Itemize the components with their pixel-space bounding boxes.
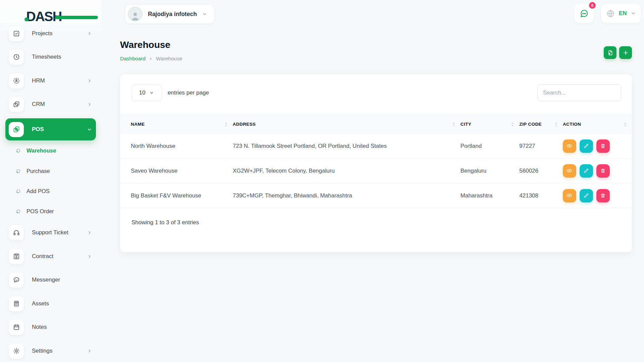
sidebar-item-contract[interactable]: Contract xyxy=(5,245,96,268)
plus-icon xyxy=(623,50,629,56)
edit-button[interactable] xyxy=(580,164,593,178)
cell-address: 739C+MGP, Themghar, Bhiwandi, Maharashtr… xyxy=(233,183,461,208)
breadcrumb-dashboard-link[interactable]: Dashboard xyxy=(120,56,146,62)
chevron-right-icon xyxy=(149,57,153,61)
cell-city: Bengaluru xyxy=(461,159,519,183)
sidebar-item-label: Timesheets xyxy=(32,54,61,60)
cell-zip-code: 560026 xyxy=(519,159,563,183)
column-header-action[interactable]: ACTION xyxy=(563,115,632,134)
sidebar-item-notes[interactable]: Notes xyxy=(5,315,96,339)
export-button[interactable] xyxy=(604,46,616,59)
view-button[interactable] xyxy=(563,189,576,202)
hrm-icon xyxy=(9,73,24,88)
column-header-address[interactable]: ADDRESS xyxy=(233,115,461,134)
sidebar-item-label: Messenger xyxy=(32,277,60,283)
sidebar-item-messenger[interactable]: Messenger xyxy=(5,268,96,292)
column-header-name[interactable]: NAME xyxy=(120,115,233,134)
company-selector[interactable]: Rajodiya infotech xyxy=(125,4,215,24)
cell-zip-code: 97227 xyxy=(519,134,563,159)
chat-badge: 0 xyxy=(588,1,596,9)
breadcrumb-current: Warehouse xyxy=(156,56,182,62)
sidebar-item-label: Assets xyxy=(32,300,49,307)
cell-name: Big Basket F&V Warehouse xyxy=(120,183,233,208)
warehouse-table-card: 10 entries per page NAME ADDRESS CITY ZI… xyxy=(120,74,632,252)
bullet-circle-icon xyxy=(16,148,20,153)
chat-icon xyxy=(580,9,589,18)
pos-icon xyxy=(9,122,24,137)
sort-icon xyxy=(623,122,627,127)
sidebar-subitem-label: Purchase xyxy=(26,168,50,174)
delete-button[interactable] xyxy=(596,189,610,202)
bullet-circle-icon xyxy=(16,169,20,173)
logo-bar xyxy=(55,16,98,19)
entries-per-page-select[interactable]: 10 xyxy=(131,84,162,101)
sort-icon xyxy=(224,122,228,127)
calendar-icon xyxy=(9,320,24,335)
bullet-circle-icon xyxy=(16,189,20,193)
warehouse-table: NAME ADDRESS CITY ZIP CODE ACTION North … xyxy=(120,115,632,208)
entries-per-page-value: 10 xyxy=(139,89,146,96)
sidebar-subitem-pos-order[interactable]: POS Order xyxy=(5,201,96,221)
sort-icon xyxy=(554,122,558,127)
brand-logo[interactable]: DASH xyxy=(26,9,61,24)
table-row: Saveo Warehouse XG2W+JPF, Telecom Colony… xyxy=(120,159,632,183)
sidebar-subitem-purchase[interactable]: Purchase xyxy=(5,161,96,181)
table-summary: Showing 1 to 3 of 3 entries xyxy=(131,219,199,226)
gear-icon xyxy=(9,344,24,359)
column-header-city[interactable]: CITY xyxy=(461,115,519,134)
cell-name: North Warehouse xyxy=(120,134,233,159)
sidebar-subitem-add-pos[interactable]: Add POS xyxy=(5,181,96,201)
logo-dot xyxy=(24,17,29,21)
sidebar-item-support-ticket[interactable]: Support Ticket xyxy=(5,221,96,244)
sidebar-item-pos[interactable]: POS xyxy=(5,118,96,140)
trash-icon xyxy=(600,143,606,149)
sidebar-subitem-warehouse[interactable]: Warehouse xyxy=(5,140,96,161)
chat-button[interactable]: 0 xyxy=(574,4,594,23)
pencil-icon xyxy=(583,168,589,174)
breadcrumb: Dashboard Warehouse xyxy=(120,56,182,62)
view-button[interactable] xyxy=(563,164,576,178)
chevron-right-icon xyxy=(87,349,92,353)
sidebar-item-assets[interactable]: Assets xyxy=(5,292,96,315)
chevron-right-icon xyxy=(87,78,92,83)
eye-icon xyxy=(566,143,573,149)
cell-name: Saveo Warehouse xyxy=(120,159,233,183)
cell-address: 723 N. Tillamook Street Portland, OR Por… xyxy=(233,134,461,159)
trash-icon xyxy=(600,168,606,174)
column-header-zip-code[interactable]: ZIP CODE xyxy=(519,115,563,134)
pencil-icon xyxy=(583,143,589,149)
delete-button[interactable] xyxy=(596,139,610,153)
cell-zip-code: 421308 xyxy=(519,183,563,208)
sidebar-item-settings[interactable]: Settings xyxy=(5,339,96,362)
chevron-right-icon xyxy=(87,102,92,107)
file-export-icon xyxy=(607,50,613,56)
cell-city: Portland xyxy=(461,134,519,159)
sidebar-item-label: Contract xyxy=(32,253,53,260)
eye-icon xyxy=(566,168,573,174)
sidebar-item-crm[interactable]: CRM xyxy=(5,93,96,116)
delete-button[interactable] xyxy=(596,164,610,178)
view-button[interactable] xyxy=(563,139,576,153)
sort-icon xyxy=(452,122,456,127)
sidebar-item-label: Settings xyxy=(32,348,52,354)
table-row: North Warehouse 723 N. Tillamook Street … xyxy=(120,134,632,159)
table-row: Big Basket F&V Warehouse 739C+MGP, Themg… xyxy=(120,183,632,208)
search-input[interactable] xyxy=(537,84,621,101)
edit-button[interactable] xyxy=(580,189,593,202)
company-avatar xyxy=(128,7,143,21)
sidebar-item-label: Support Ticket xyxy=(32,229,68,236)
chevron-down-icon xyxy=(149,90,154,95)
sidebar-subitem-label: Warehouse xyxy=(26,147,56,154)
sidebar: Projects Timesheets HRM CRM POS Wareh xyxy=(0,0,101,362)
sidebar-subitem-label: Add POS xyxy=(26,188,50,194)
edit-button[interactable] xyxy=(580,139,593,153)
language-selector[interactable]: EN xyxy=(601,4,641,23)
chevron-down-icon xyxy=(631,11,636,16)
sidebar-item-hrm[interactable]: HRM xyxy=(5,69,96,93)
chevron-right-icon xyxy=(87,254,92,259)
cell-address: XG2W+JPF, Telecom Colony, Bengaluru xyxy=(233,159,461,183)
sort-icon xyxy=(511,122,515,127)
language-code: EN xyxy=(619,10,627,17)
sidebar-item-timesheets[interactable]: Timesheets xyxy=(5,45,96,69)
add-warehouse-button[interactable] xyxy=(619,46,632,59)
